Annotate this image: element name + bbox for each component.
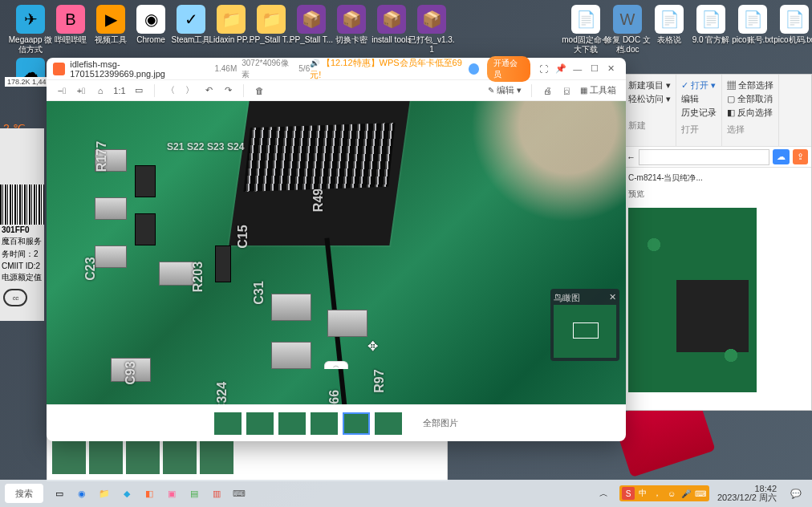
ime-bar[interactable]: S 中 ， ☺ 🎤 ⌨ bbox=[619, 485, 709, 501]
thumb-1[interactable] bbox=[214, 412, 242, 435]
ribbon-history[interactable]: 历史记录 bbox=[681, 107, 717, 119]
barcode-panel: 301FF0 魔百和服务 务时间：2 CMIIT ID:2 电源额定值 ㏄ bbox=[0, 128, 44, 321]
ribbon-new-item[interactable]: 新建项目 ▾ bbox=[628, 79, 671, 91]
all-images-link[interactable]: 全部图片 bbox=[423, 417, 458, 429]
viewer-canvas[interactable]: R203 C15 C31 C93 C324 R97 C166 R430 R490… bbox=[47, 101, 626, 404]
share-icon[interactable]: ⇪ bbox=[793, 149, 808, 164]
viewer-toolbar: −⃝ +⃝ ⌂ 1:1 ▭ 〈 〉 ↶ ↷ 🗑 ✎ 编辑 ▾ 🖨 ⌼ ▦ 工具箱 bbox=[47, 80, 626, 101]
ribbon-edit[interactable]: 编辑 bbox=[681, 93, 717, 105]
pcb-label: S24 bbox=[227, 141, 244, 152]
chat-thumb[interactable] bbox=[126, 440, 160, 474]
taskbar: 搜索 ▭ ◉ 📁 ◆ ◧ ▣ ▤ ▥ ⌨ ︿ S 中 ， ☺ 🎤 ⌨ 18:42… bbox=[0, 480, 812, 507]
clock[interactable]: 18:42 2023/12/2 周六 bbox=[717, 485, 777, 502]
chat-thumb[interactable] bbox=[89, 440, 123, 474]
tray-up-icon[interactable]: ︿ bbox=[592, 482, 615, 505]
desktop-icon-txt5[interactable]: 📄pico机码.txt bbox=[770, 5, 812, 45]
actual-size-icon[interactable]: 1:1 bbox=[111, 82, 128, 99]
thumbnail-strip: 全部图片 bbox=[47, 404, 626, 441]
pcb-label: R430 bbox=[295, 157, 310, 188]
pcb-label: C93 bbox=[124, 361, 138, 384]
index: 5/6 bbox=[298, 64, 310, 73]
ccc-mark: ㏄ bbox=[3, 289, 27, 306]
thumb-5[interactable] bbox=[343, 412, 370, 435]
desktop-icon-txt4[interactable]: 📄pico账号.txt bbox=[729, 5, 777, 45]
task-view-icon[interactable]: ▭ bbox=[48, 482, 71, 505]
thumb-4[interactable] bbox=[311, 412, 338, 435]
cloud-sync-icon[interactable]: ☁ bbox=[773, 149, 790, 164]
nav-minimap[interactable] bbox=[554, 305, 616, 358]
promo-text[interactable]: 🔊 【12.12特惠】WPS会员年卡低至69元! bbox=[310, 57, 465, 81]
image-viewer-window: idlefish-msg-1701512399669.png.jpg 1.46M… bbox=[47, 58, 626, 441]
ime-logo-icon: S bbox=[622, 487, 635, 500]
avatar-icon[interactable] bbox=[469, 63, 479, 75]
pcb-label: C31 bbox=[252, 281, 266, 304]
ime-voice-icon[interactable]: 🎤 bbox=[680, 487, 692, 500]
thumb-2[interactable] bbox=[246, 412, 274, 435]
address-field[interactable] bbox=[639, 149, 769, 165]
search-box[interactable]: 搜索 bbox=[5, 484, 43, 503]
preview-label: 预览 bbox=[628, 189, 806, 200]
app-icon-3[interactable]: ▣ bbox=[160, 482, 183, 505]
app-icon-1[interactable]: ◆ bbox=[116, 482, 138, 505]
pin-icon[interactable]: 📌 bbox=[552, 60, 569, 78]
zoom-in-icon[interactable]: +⃝ bbox=[72, 82, 90, 99]
app-icon-5[interactable]: ▥ bbox=[205, 482, 228, 505]
file-preview-thumb[interactable] bbox=[628, 208, 757, 392]
edge-icon[interactable]: ◉ bbox=[71, 482, 93, 505]
next-icon[interactable]: 〉 bbox=[181, 82, 198, 99]
ribbon-open[interactable]: ✓ 打开 ▾ bbox=[681, 79, 717, 91]
toolbox-button[interactable]: ▦ 工具箱 bbox=[577, 84, 619, 96]
thumb-6[interactable] bbox=[375, 412, 402, 435]
thumb-3[interactable] bbox=[278, 412, 306, 435]
desktop-icon-txt3[interactable]: 📄9.0 官方解 bbox=[687, 5, 735, 45]
desktop-icon-winrar4[interactable]: 📦已打包_v1.3.1 bbox=[408, 5, 456, 55]
size-chip: 178.2K 1,44 bbox=[5, 77, 49, 87]
ribbon-select-all[interactable]: ▦ 全部选择 bbox=[727, 79, 773, 91]
rotate-right-icon[interactable]: ↷ bbox=[219, 82, 237, 99]
app-icon-2[interactable]: ◧ bbox=[138, 482, 160, 505]
desktop-icon-doc[interactable]: W修复 DOC 文档.doc bbox=[603, 5, 652, 55]
prev-icon[interactable]: 〈 bbox=[161, 82, 179, 99]
dimensions: 3072*4096像素 bbox=[242, 58, 294, 80]
desktop-icon-txt2[interactable]: 📄表格说 bbox=[645, 5, 693, 45]
maximize-button[interactable]: ☐ bbox=[586, 60, 603, 78]
close-button[interactable]: ✕ bbox=[603, 60, 619, 78]
print-icon[interactable]: 🖨 bbox=[538, 82, 556, 99]
nav-overlay[interactable]: 鸟瞰图✕ bbox=[550, 289, 619, 361]
chat-thumb[interactable] bbox=[200, 440, 233, 474]
pcb-label: C166 bbox=[327, 390, 342, 404]
expand-icon[interactable]: ⛶ bbox=[535, 60, 552, 78]
breadcrumb[interactable]: C-m8214-当贝纯净... bbox=[628, 172, 806, 184]
edit-dropdown[interactable]: ✎ 编辑 ▾ bbox=[485, 84, 525, 96]
pcb-label: S23 bbox=[207, 141, 224, 152]
explorer-ribbon: 新建项目 ▾ 轻松访问 ▾ 新建 ✓ 打开 ▾ 编辑 历史记录 打开 ▦ 全部选… bbox=[623, 75, 811, 147]
explorer-icon[interactable]: 📁 bbox=[93, 482, 116, 505]
delete-icon[interactable]: 🗑 bbox=[250, 82, 268, 99]
ime-kb-icon[interactable]: ⌨ bbox=[694, 487, 707, 500]
notification-icon[interactable]: 💬 bbox=[785, 482, 807, 505]
ime-lang[interactable]: 中 bbox=[636, 487, 649, 500]
fit-icon[interactable]: ⌂ bbox=[91, 82, 109, 99]
app-icon-4[interactable]: ▤ bbox=[183, 482, 205, 505]
nav-close-icon[interactable]: ✕ bbox=[609, 292, 616, 303]
explorer-window[interactable]: 新建项目 ▾ 轻松访问 ▾ 新建 ✓ 打开 ▾ 编辑 历史记录 打开 ▦ 全部选… bbox=[623, 74, 812, 411]
ocr-icon[interactable]: ⌼ bbox=[558, 82, 575, 99]
ime-emoji-icon[interactable]: ☺ bbox=[665, 487, 678, 500]
chat-thumb[interactable] bbox=[163, 440, 197, 474]
minimize-button[interactable]: — bbox=[569, 60, 586, 78]
chat-thumb[interactable] bbox=[52, 440, 86, 474]
chevron-up-icon[interactable]: ︿ bbox=[324, 361, 348, 369]
desktop-icon-txt1[interactable]: 📄mod固定命令大下载 bbox=[562, 5, 610, 55]
pcb-label: R490 bbox=[311, 181, 326, 212]
zoom-out-icon[interactable]: −⃝ bbox=[53, 82, 71, 99]
nav-back-icon[interactable]: ← bbox=[627, 152, 635, 162]
rotate-left-icon[interactable]: ↶ bbox=[200, 82, 217, 99]
vip-badge[interactable]: 开通会员 bbox=[487, 56, 530, 82]
ime-punct-icon[interactable]: ， bbox=[651, 487, 664, 500]
pcb-label: C15 bbox=[236, 225, 250, 248]
ribbon-easy-access[interactable]: 轻松访问 ▾ bbox=[628, 93, 671, 105]
film-icon[interactable]: ▭ bbox=[130, 82, 148, 99]
app-icon-6[interactable]: ⌨ bbox=[228, 482, 250, 505]
ribbon-invert[interactable]: ◧ 反向选择 bbox=[727, 107, 773, 119]
ribbon-select-none[interactable]: ▢ 全部取消 bbox=[727, 93, 773, 105]
